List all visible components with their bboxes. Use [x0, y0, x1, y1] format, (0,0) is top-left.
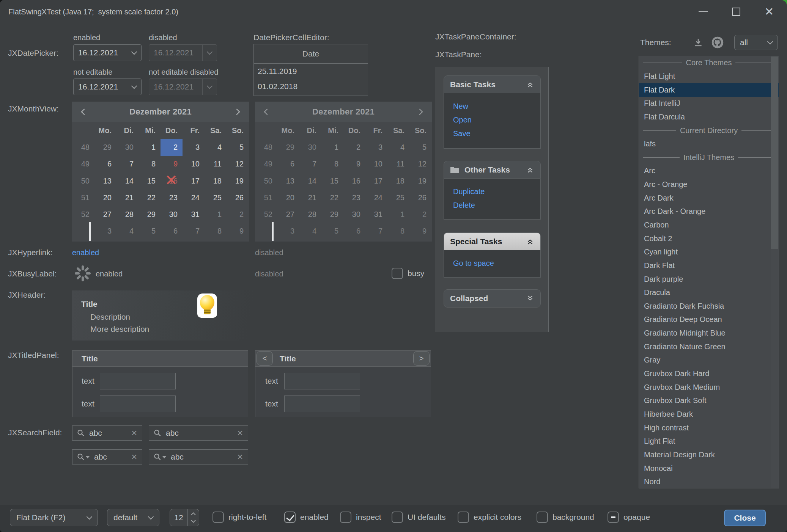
checkbox-right-to-left[interactable]: right-to-left — [212, 512, 266, 523]
clear-icon[interactable]: ✕ — [131, 428, 137, 438]
text-input[interactable] — [100, 395, 176, 412]
collapse-icon[interactable] — [526, 237, 534, 246]
checkbox-enabled[interactable]: enabled — [284, 512, 329, 523]
text-input[interactable] — [284, 395, 360, 412]
font-size-value[interactable]: 12 — [170, 509, 187, 526]
task-link-delete[interactable]: Delete — [453, 198, 540, 212]
day-cell[interactable]: 11 — [205, 156, 227, 173]
search-with-menu-icon[interactable] — [77, 453, 85, 461]
day-cell[interactable]: 18 — [205, 173, 227, 189]
busy-checkbox[interactable]: busy — [392, 268, 424, 279]
datepicker-not-editable[interactable]: 16.12.2021 — [73, 78, 142, 95]
day-cell[interactable]: 2 — [227, 206, 249, 223]
collapse-icon[interactable] — [526, 80, 534, 89]
panel-prev-button[interactable]: < — [257, 351, 273, 366]
checkbox-box[interactable] — [212, 512, 224, 523]
theme-item-dark-flat[interactable]: Dark Flat — [639, 259, 779, 273]
task-link-new[interactable]: New — [453, 99, 540, 113]
minimize-button[interactable] — [693, 4, 714, 20]
day-cell[interactable]: 9 — [161, 156, 183, 173]
day-cell[interactable]: 3 — [94, 223, 116, 240]
theme-item-nord[interactable]: Nord — [639, 475, 779, 488]
clear-icon[interactable]: ✕ — [131, 452, 137, 461]
theme-item-arc-orange[interactable]: Arc - Orange — [639, 178, 779, 191]
day-cell[interactable]: 5 — [227, 139, 249, 155]
day-cell[interactable]: 23 — [161, 189, 183, 206]
theme-item-gruvbox-dark-hard[interactable]: Gruvbox Dark Hard — [639, 367, 779, 381]
day-cell[interactable]: 8 — [139, 156, 161, 173]
checkbox-ui-defaults[interactable]: UI defaults — [392, 512, 445, 523]
day-cell[interactable]: 27 — [94, 206, 116, 223]
theme-item-gruvbox-dark-soft[interactable]: Gruvbox Dark Soft — [639, 394, 779, 408]
theme-item-lafs[interactable]: lafs — [639, 137, 779, 151]
hyperlink-enabled[interactable]: enabled — [72, 247, 99, 258]
day-cell[interactable]: 29 — [139, 206, 161, 223]
datepicker-dropdown-button[interactable] — [127, 79, 141, 95]
day-cell[interactable]: 28 — [116, 206, 139, 223]
table-row[interactable]: 01.02.2018 — [254, 79, 368, 94]
next-month-icon[interactable] — [233, 109, 240, 115]
day-cell[interactable]: 30 — [116, 139, 139, 155]
font-size-spinner[interactable]: 12 — [170, 509, 199, 526]
search-field-3[interactable]: abc ✕ — [72, 449, 142, 465]
day-cell[interactable]: 8 — [205, 223, 227, 240]
theme-item-dracula[interactable]: Dracula — [639, 286, 779, 300]
theme-item-gradianto-deep-ocean[interactable]: Gradianto Deep Ocean — [639, 313, 779, 326]
theme-item-carbon[interactable]: Carbon — [639, 218, 779, 232]
theme-item-cyan-light[interactable]: Cyan light — [639, 245, 779, 259]
day-cell[interactable]: 1 — [205, 206, 227, 223]
theme-item-monocai[interactable]: Monocai — [639, 461, 779, 475]
checkbox-opaque[interactable]: opaque — [608, 512, 650, 523]
maximize-button[interactable] — [726, 4, 747, 20]
day-cell[interactable]: 13 — [94, 173, 116, 189]
theme-item-gradianto-dark-fuchsia[interactable]: Gradianto Dark Fuchsia — [639, 300, 779, 313]
theme-item-gruvbox-dark-medium[interactable]: Gruvbox Dark Medium — [639, 380, 779, 394]
datepicker-enabled[interactable]: 16.12.2021 — [73, 44, 142, 61]
checkbox-box[interactable] — [284, 512, 296, 523]
theme-item-hiberbee-dark[interactable]: Hiberbee Dark — [639, 408, 779, 421]
search-menu-arrow-icon[interactable] — [162, 456, 166, 458]
day-cell[interactable]: 10 — [183, 156, 205, 173]
spinner-down-icon[interactable] — [191, 518, 196, 523]
checkbox-explicit-colors[interactable]: explicit colors — [458, 512, 521, 523]
task-link-duplicate[interactable]: Duplicate — [453, 185, 540, 198]
theme-item-cobalt-2[interactable]: Cobalt 2 — [639, 232, 779, 245]
checkbox-box[interactable] — [608, 512, 619, 523]
github-button[interactable] — [711, 36, 724, 49]
themes-list[interactable]: Core ThemesFlat LightFlat DarkFlat Intel… — [639, 56, 779, 488]
checkbox-box[interactable] — [537, 512, 548, 523]
search-menu-arrow-icon[interactable] — [86, 456, 90, 458]
search-input[interactable]: abc — [171, 452, 237, 461]
spinner-buttons[interactable] — [187, 509, 199, 526]
checkbox-box[interactable] — [392, 268, 403, 279]
day-cell[interactable]: 22 — [139, 189, 161, 206]
day-cell[interactable]: 21 — [116, 189, 139, 206]
day-cell[interactable]: 2 — [161, 139, 183, 155]
task-link-save[interactable]: Save — [453, 127, 540, 140]
task-link-open[interactable]: Open — [453, 113, 540, 127]
day-cell[interactable]: 4 — [116, 223, 139, 240]
day-cell[interactable]: 17 — [183, 173, 205, 189]
day-cell[interactable]: 12 — [227, 156, 249, 173]
scrollbar-thumb[interactable] — [771, 56, 778, 249]
day-cell[interactable]: 25 — [205, 189, 227, 206]
day-cell[interactable]: 19 — [227, 173, 249, 189]
day-cell[interactable]: 30 — [161, 206, 183, 223]
text-input[interactable] — [284, 373, 360, 389]
theme-item-high-contrast[interactable]: High contrast — [639, 421, 779, 435]
celleditor-table[interactable]: Date 25.11.2019 01.02.2018 — [253, 44, 368, 96]
search-input[interactable]: abc — [166, 428, 237, 438]
text-input[interactable] — [100, 373, 176, 389]
theme-item-material-design-dark[interactable]: Material Design Dark — [639, 448, 779, 462]
theme-item-arc-dark-orange[interactable]: Arc Dark - Orange — [639, 205, 779, 218]
day-cell[interactable]: 7 — [183, 223, 205, 240]
taskgroup-other-header[interactable]: Other Tasks — [444, 161, 541, 179]
day-cell[interactable]: 7 — [116, 156, 139, 173]
download-theme-button[interactable] — [692, 36, 704, 49]
close-window-button[interactable]: ✕ — [759, 4, 780, 20]
close-button[interactable]: Close — [724, 510, 766, 526]
day-cell[interactable]: 6 — [94, 156, 116, 173]
taskgroup-collapsed-header[interactable]: Collapsed — [444, 289, 541, 308]
checkbox-inspect[interactable]: inspect — [340, 512, 381, 523]
search-field-1[interactable]: abc ✕ — [72, 425, 142, 441]
